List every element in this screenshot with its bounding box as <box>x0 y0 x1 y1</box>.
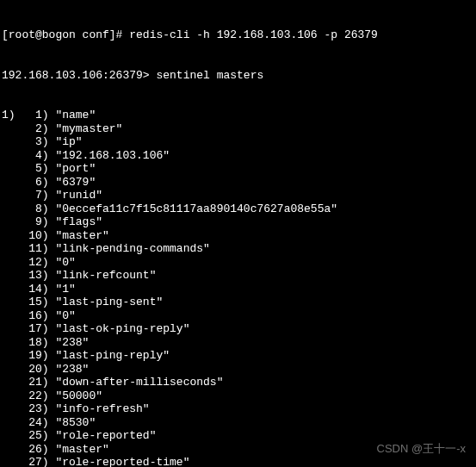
result-row: 13) "link-refcount" <box>2 269 476 283</box>
result-row: 6) "6379" <box>2 176 476 190</box>
result-row: 21) "down-after-milliseconds" <box>2 376 476 389</box>
result-row: 2) "mymaster" <box>2 122 476 136</box>
shell-prompt: [root@bogon conf]# <box>2 28 129 41</box>
terminal-output[interactable]: [root@bogon conf]# redis-cli -h 192.168.… <box>0 0 476 467</box>
result-row: 12) "0" <box>2 256 476 270</box>
result-row: 16) "0" <box>2 309 476 323</box>
result-list: 1) 1) "name" 2) "mymaster" 3) "ip" 4) "1… <box>2 109 476 467</box>
result-row: 8) "0eccefa11c7f15c81117aa890140c7627a08… <box>2 202 476 216</box>
result-row: 26) "master" <box>2 443 476 457</box>
result-row: 18) "238" <box>2 336 476 350</box>
result-row: 20) "238" <box>2 363 476 377</box>
redis-prompt-line: 192.168.103.106:26379> sentinel masters <box>2 69 476 83</box>
result-row: 27) "role-reported-time" <box>2 456 476 467</box>
result-row: 10) "master" <box>2 229 476 243</box>
redis-command: sentinel masters <box>156 69 263 82</box>
result-row: 19) "last-ping-reply" <box>2 349 476 363</box>
result-row: 14) "1" <box>2 283 476 296</box>
result-row: 15) "last-ping-sent" <box>2 296 476 309</box>
result-row: 25) "role-reported" <box>2 429 476 443</box>
result-row: 4) "192.168.103.106" <box>2 149 476 163</box>
redis-prompt: 192.168.103.106:26379> <box>2 69 156 82</box>
result-row: 1) 1) "name" <box>2 109 476 122</box>
result-row: 11) "link-pending-commands" <box>2 242 476 256</box>
shell-command: redis-cli -h 192.168.103.106 -p 26379 <box>129 28 378 41</box>
result-row: 24) "8530" <box>2 416 476 430</box>
result-row: 17) "last-ok-ping-reply" <box>2 322 476 336</box>
result-row: 7) "runid" <box>2 189 476 202</box>
result-row: 22) "50000" <box>2 389 476 403</box>
result-row: 3) "ip" <box>2 135 476 149</box>
result-row: 9) "flags" <box>2 215 476 229</box>
result-row: 23) "info-refresh" <box>2 402 476 416</box>
result-row: 5) "port" <box>2 162 476 176</box>
shell-prompt-line: [root@bogon conf]# redis-cli -h 192.168.… <box>2 28 476 42</box>
